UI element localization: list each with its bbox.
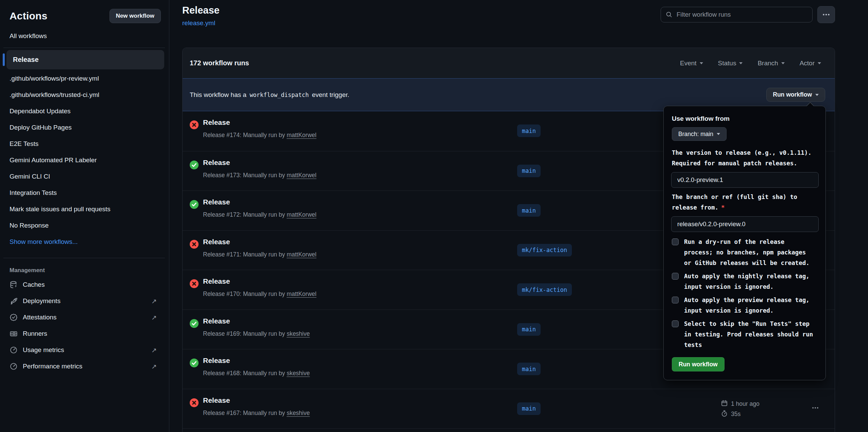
sidebar-item-all-workflows[interactable]: All workflows xyxy=(10,32,161,40)
dialog-checkbox-row[interactable]: Auto apply the nightly release tag, inpu… xyxy=(672,271,817,292)
sidebar-item-workflow[interactable]: Gemini CLI CI xyxy=(10,168,161,185)
checkbox[interactable] xyxy=(672,297,679,303)
sidebar-item-deployments[interactable]: Deployments↗ xyxy=(10,293,161,309)
run-workflow-dropdown-button[interactable]: Run workflow xyxy=(766,88,825,102)
run-actor-link[interactable]: mattKorwel xyxy=(287,290,317,297)
calendar-icon xyxy=(721,400,728,409)
branch-label[interactable]: main xyxy=(517,402,541,415)
external-link-icon: ↗ xyxy=(151,363,157,370)
sidebar-header: Actions New workflow xyxy=(10,9,161,23)
attestations-icon xyxy=(10,313,18,321)
sidebar-item-workflow[interactable]: Integration Tests xyxy=(10,185,161,201)
branch-label[interactable]: mk/fix-action xyxy=(517,244,572,256)
sidebar-item-workflow[interactable]: Deploy GitHub Pages xyxy=(10,119,161,136)
run-description: Release #169: Manually run by skeshive xyxy=(203,330,310,337)
filter-label: Status xyxy=(718,60,736,67)
filter-workflow-runs-search[interactable] xyxy=(661,7,813,22)
filter-actor[interactable]: Actor xyxy=(800,60,821,67)
workflow-file-link[interactable]: release.yml xyxy=(182,19,215,27)
dialog-field-input[interactable] xyxy=(671,216,819,232)
run-title-link[interactable]: Release xyxy=(203,317,230,325)
run-workflow-dialog: Use workflow from Branch: main The versi… xyxy=(663,106,826,380)
run-actor-link[interactable]: skeshive xyxy=(287,410,310,416)
run-options-kebab-button[interactable] xyxy=(812,404,819,413)
run-workflow-submit-button[interactable]: Run workflow xyxy=(672,357,725,371)
banner-text-prefix: This workflow has a xyxy=(190,91,246,98)
dialog-checkbox-row[interactable]: Select to skip the "Run Tests" step in t… xyxy=(672,319,817,350)
branch-label[interactable]: main xyxy=(517,363,541,375)
caches-icon xyxy=(10,281,18,289)
workflow-run-row[interactable]: ReleaseRelease #167: Manually run by ske… xyxy=(183,389,835,429)
filter-event[interactable]: Event xyxy=(680,60,703,67)
run-title-link[interactable]: Release xyxy=(203,159,230,167)
sidebar-item-usage-metrics[interactable]: Usage metrics↗ xyxy=(10,342,161,358)
run-title-link[interactable]: Release xyxy=(203,198,230,206)
checkbox[interactable] xyxy=(672,320,679,327)
actions-title: Actions xyxy=(10,10,47,22)
run-title-link[interactable]: Release xyxy=(203,118,230,127)
run-actor-link[interactable]: mattKorwel xyxy=(287,172,317,179)
branch-label[interactable]: main xyxy=(517,124,541,137)
branch-label[interactable]: mk/fix-action xyxy=(517,283,572,296)
dialog-checkbox-row[interactable]: Run a dry-run of the release process; no… xyxy=(672,237,817,268)
branch-label[interactable]: main xyxy=(517,323,541,336)
branch-label[interactable]: main xyxy=(517,204,541,217)
filter-status[interactable]: Status xyxy=(718,60,743,67)
new-workflow-button[interactable]: New workflow xyxy=(109,9,161,23)
filter-branch[interactable]: Branch xyxy=(758,60,784,67)
sidebar-item-workflow[interactable]: E2E Tests xyxy=(10,136,161,152)
check-circle-icon xyxy=(190,359,199,367)
workflow-options-kebab-button[interactable] xyxy=(817,6,835,23)
run-actor-link[interactable]: skeshive xyxy=(287,370,310,377)
runs-filters: EventStatusBranchActor xyxy=(680,60,821,67)
run-title-link[interactable]: Release xyxy=(203,277,230,285)
run-title-link[interactable]: Release xyxy=(203,396,230,404)
filter-workflow-runs-input[interactable] xyxy=(673,11,812,18)
dialog-checkbox-row[interactable]: Auto apply the preview release tag, inpu… xyxy=(672,295,817,316)
run-title-link[interactable]: Release xyxy=(203,356,230,365)
sidebar-item-workflow[interactable]: Gemini Automated PR Labeler xyxy=(10,152,161,168)
checkbox-label: Select to skip the "Run Tests" step in t… xyxy=(684,319,814,350)
checkbox[interactable] xyxy=(672,273,679,280)
dialog-field-input[interactable] xyxy=(671,172,819,188)
x-circle-icon xyxy=(190,240,199,249)
run-title-link[interactable]: Release xyxy=(203,238,230,246)
run-actor-link[interactable]: mattKorwel xyxy=(287,211,317,218)
sidebar-item-workflow[interactable]: .github/workflows/trusted-ci.yml xyxy=(10,87,161,103)
external-link-icon: ↗ xyxy=(151,346,157,354)
page-title: Release xyxy=(182,5,220,16)
run-description: Release #174: Manually run by mattKorwel xyxy=(203,132,317,139)
sidebar-item-runners[interactable]: Runners xyxy=(10,326,161,342)
sidebar-item-workflow[interactable]: Show more workflows... xyxy=(10,234,161,250)
sidebar-item-workflow[interactable]: Dependabot Updates xyxy=(10,103,161,119)
github-actions-page: Actions New workflow All workflows Relea… xyxy=(0,0,868,432)
check-circle-icon xyxy=(190,319,199,328)
run-actor-link[interactable]: mattKorwel xyxy=(287,132,317,138)
dialog-checkboxes: Run a dry-run of the release process; no… xyxy=(671,237,818,350)
run-actor-link[interactable]: skeshive xyxy=(287,330,310,337)
checkbox-label: Auto apply the nightly release tag, inpu… xyxy=(684,271,814,292)
branch-label[interactable]: main xyxy=(517,165,541,177)
sidebar-item-attestations[interactable]: Attestations↗ xyxy=(10,309,161,326)
sidebar-item-workflow[interactable]: Release xyxy=(6,50,164,69)
sidebar-item-performance-metrics[interactable]: Performance metrics↗ xyxy=(10,358,161,375)
run-description: Release #170: Manually run by mattKorwel xyxy=(203,290,317,298)
sidebar-item-workflow[interactable]: .github/workflows/pr-review.yml xyxy=(10,70,161,87)
sidebar-item-workflow[interactable]: Mark stale issues and pull requests xyxy=(10,201,161,217)
kebab-horizontal-icon xyxy=(822,11,830,19)
chevron-down-icon xyxy=(781,62,785,64)
sidebar-item-workflow[interactable]: No Response xyxy=(10,217,161,234)
run-time-label: 1 hour ago xyxy=(731,400,760,408)
sidebar-item-caches[interactable]: Caches xyxy=(10,277,161,293)
runs-count: 172 workflow runs xyxy=(190,59,249,67)
checkbox[interactable] xyxy=(672,238,679,245)
dialog-field-label: The branch or ref (full git sha) to rele… xyxy=(672,192,820,213)
branch-selector-button[interactable]: Branch: main xyxy=(672,127,727,141)
sidebar-item-label: Deployments xyxy=(23,297,61,305)
banner-text: This workflow has a workflow_dispatch ev… xyxy=(190,91,349,99)
filter-label: Actor xyxy=(800,60,815,67)
sidebar-item-label: Attestations xyxy=(23,314,56,321)
dialog-field: The branch or ref (full git sha) to rele… xyxy=(671,192,818,234)
run-actor-link[interactable]: mattKorwel xyxy=(287,251,317,258)
required-asterisk: * xyxy=(718,204,725,211)
